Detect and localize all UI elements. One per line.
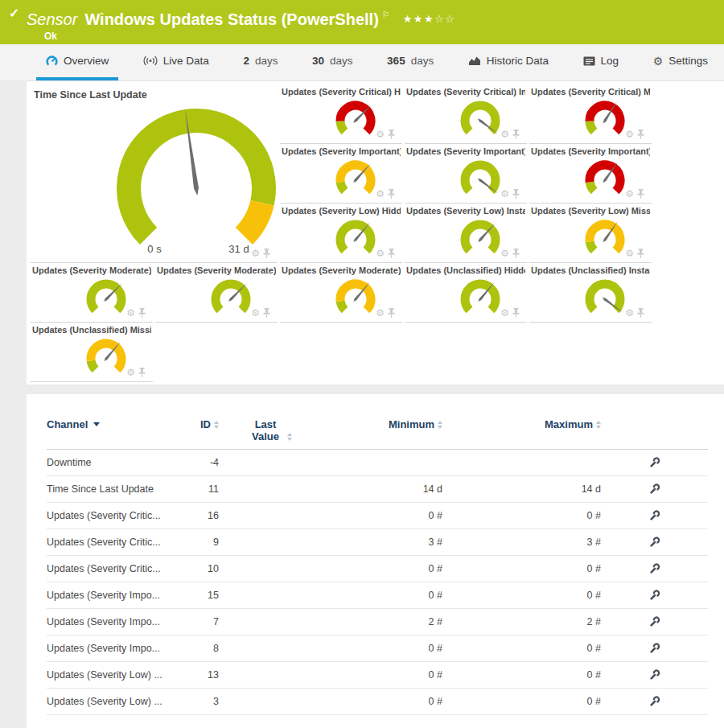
gauge-settings-gear-icon[interactable]: ⚙ — [376, 249, 385, 258]
edit-channel-wrench-icon[interactable] — [648, 615, 661, 628]
edit-channel-wrench-icon[interactable] — [648, 483, 661, 496]
gauge-settings-gear-icon[interactable]: ⚙ — [126, 368, 135, 377]
pin-icon[interactable] — [263, 249, 270, 258]
tab-log[interactable]: Log — [574, 44, 629, 80]
historic-chart-icon — [468, 56, 481, 66]
gauge-settings-gear-icon[interactable]: ⚙ — [625, 249, 634, 258]
priority-stars[interactable]: ★★★☆☆ — [403, 13, 456, 25]
header-channel[interactable]: Channel — [47, 418, 183, 430]
pin-icon[interactable] — [388, 308, 395, 318]
gauge-settings-gear-icon[interactable]: ⚙ — [625, 189, 634, 199]
pin-icon[interactable] — [637, 308, 644, 318]
cell-channel[interactable]: Updates (Severity Critic... — [47, 563, 183, 574]
cell-channel[interactable]: Updates (Severity Impo... — [47, 643, 183, 654]
pin-icon[interactable] — [388, 130, 395, 139]
gauge-settings-gear-icon[interactable]: ⚙ — [251, 308, 260, 318]
edit-channel-wrench-icon[interactable] — [648, 589, 661, 602]
pin-icon[interactable] — [637, 189, 644, 199]
pin-icon[interactable] — [637, 249, 644, 258]
pin-icon[interactable] — [388, 249, 395, 258]
gauge-icon — [46, 56, 58, 67]
cell-channel[interactable]: Updates (Severity Low) ... — [47, 696, 183, 707]
channels-table-panel: Channel ID Last Value Minimum Maximum — [27, 394, 724, 728]
cell-maximum: 0 # — [442, 696, 601, 707]
cell-channel[interactable]: Updates (Severity Impo... — [47, 590, 183, 601]
gauge-title: Updates (Severity Critical) Ins... — [406, 87, 525, 100]
tab-historic-data[interactable]: Historic Data — [459, 44, 558, 80]
tab-2-days[interactable]: 2days — [233, 44, 287, 80]
pin-icon[interactable] — [388, 189, 395, 199]
cell-maximum: 0 # — [442, 669, 601, 681]
sort-icon[interactable] — [287, 433, 292, 441]
gauge-tile: Updates (Severity Moderate) I... ⚙ — [155, 263, 278, 323]
channel-filter-caret-icon[interactable] — [93, 422, 100, 426]
pin-icon[interactable] — [512, 130, 520, 139]
table-row[interactable]: Updates (Severity Impo... 8 0 # 0 # — [47, 635, 708, 662]
gauge-tile: Updates (Severity Important) ... ⚙ — [405, 144, 527, 204]
table-row[interactable]: Updates (Severity Critic... 9 3 # 3 # — [47, 529, 708, 556]
tab-settings[interactable]: ⚙ Settings — [644, 44, 718, 80]
cell-channel[interactable]: Updates (Severity Impo... — [47, 616, 183, 627]
cell-channel[interactable]: Updates (Severity Critic... — [47, 510, 183, 521]
edit-channel-wrench-icon[interactable] — [648, 536, 661, 549]
pin-icon[interactable] — [263, 308, 270, 318]
gauge-tile: Updates (Unclassified) Missing ⚙ — [31, 323, 153, 382]
gauge-settings-gear-icon[interactable]: ⚙ — [500, 308, 509, 318]
cell-channel[interactable]: Updates (Severity Low) ... — [47, 669, 183, 681]
gauge-settings-gear-icon[interactable]: ⚙ — [376, 308, 385, 318]
table-row[interactable]: Updates (Severity Impo... 7 2 # 2 # — [47, 609, 708, 635]
tab-365-days[interactable]: 365days — [377, 44, 443, 80]
gauge-settings-gear-icon[interactable]: ⚙ — [625, 308, 634, 318]
gauge-settings-gear-icon[interactable]: ⚙ — [251, 249, 260, 258]
table-row[interactable]: Updates (Severity Critic... 10 0 # 0 # — [47, 556, 708, 582]
edit-channel-wrench-icon[interactable] — [648, 695, 661, 708]
cell-id: 8 — [183, 643, 219, 654]
tab-overview[interactable]: Overview — [36, 44, 118, 80]
edit-channel-wrench-icon[interactable] — [648, 509, 661, 522]
cell-maximum: 2 # — [442, 616, 601, 627]
cell-id: 7 — [183, 616, 219, 627]
header-last-value[interactable]: Last Value — [219, 418, 320, 442]
tab-live-data[interactable]: Live Data — [134, 44, 219, 80]
edit-channel-wrench-icon[interactable] — [648, 668, 661, 681]
pin-icon[interactable] — [138, 308, 146, 318]
log-icon — [583, 56, 595, 66]
edit-channel-wrench-icon[interactable] — [648, 642, 661, 655]
cell-minimum: 14 d — [320, 483, 442, 495]
gauge-settings-gear-icon[interactable]: ⚙ — [500, 249, 509, 258]
cell-channel[interactable]: Updates (Severity Critic... — [47, 537, 183, 548]
header-id[interactable]: ID — [183, 418, 219, 430]
table-row[interactable]: Updates (Severity Impo... 15 0 # 0 # — [47, 582, 708, 609]
table-row[interactable]: Updates (Severity Low) ... 13 0 # 0 # — [47, 662, 708, 689]
pin-icon[interactable] — [138, 368, 146, 377]
edit-channel-wrench-icon[interactable] — [648, 456, 661, 469]
gauge-settings-gear-icon[interactable]: ⚙ — [376, 130, 385, 139]
pin-icon[interactable] — [637, 130, 644, 139]
pin-icon[interactable] — [512, 308, 520, 318]
table-row[interactable]: Updates (Severity Low) ... 3 0 # 0 # — [47, 689, 708, 715]
pin-icon[interactable] — [512, 249, 520, 258]
gauge-settings-gear-icon[interactable]: ⚙ — [625, 130, 634, 139]
table-row[interactable]: Updates (Severity Critic... 16 0 # 0 # — [47, 503, 708, 529]
table-row[interactable]: Time Since Last Update 11 14 d 14 d — [47, 476, 708, 503]
flag-icon[interactable]: ⚐ — [382, 10, 390, 19]
header-minimum[interactable]: Minimum — [320, 418, 442, 430]
gauge-tile: Updates (Severity Critical) Mi... ⚙ — [529, 84, 652, 144]
gauge-settings-gear-icon[interactable]: ⚙ — [500, 189, 509, 199]
tab-label: Settings — [668, 55, 708, 67]
table-row[interactable]: Downtime -4 — [47, 450, 708, 476]
header-maximum[interactable]: Maximum — [442, 418, 601, 430]
tab-label: Overview — [64, 55, 109, 67]
tab-30-days[interactable]: 30days — [302, 44, 363, 80]
gauge-settings-gear-icon[interactable]: ⚙ — [126, 308, 135, 318]
cell-channel[interactable]: Downtime — [47, 457, 183, 468]
cell-minimum: 0 # — [320, 563, 442, 574]
pin-icon[interactable] — [512, 189, 520, 199]
cell-id: 16 — [183, 510, 219, 521]
cell-maximum: 0 # — [442, 563, 601, 574]
edit-channel-wrench-icon[interactable] — [648, 562, 661, 575]
sort-icon[interactable] — [596, 421, 601, 429]
cell-channel[interactable]: Time Since Last Update — [47, 483, 183, 495]
gauge-settings-gear-icon[interactable]: ⚙ — [376, 189, 385, 199]
gauge-settings-gear-icon[interactable]: ⚙ — [500, 130, 509, 139]
